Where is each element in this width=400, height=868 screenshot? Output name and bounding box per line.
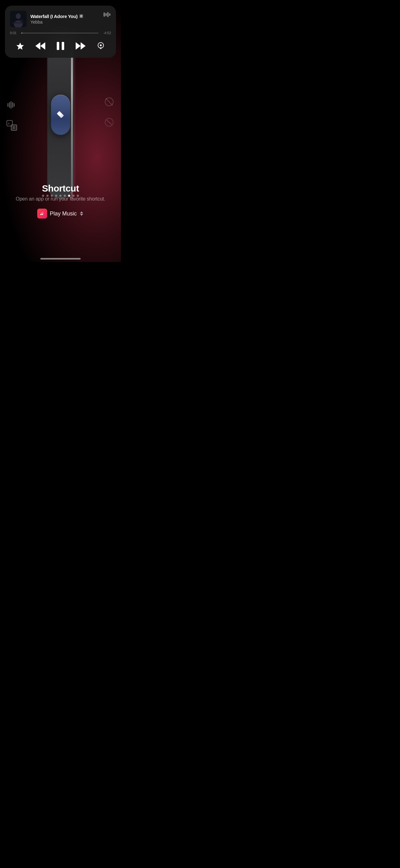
current-time: 0:01 <box>10 31 19 35</box>
progress-fill <box>21 33 23 34</box>
airplay-button[interactable] <box>94 39 108 53</box>
shortcut-description: Open an app or run your favorite shortcu… <box>0 196 121 202</box>
svg-text:A: A <box>8 122 10 125</box>
left-icons: A 文 <box>6 99 18 131</box>
svg-marker-29 <box>76 42 80 50</box>
np-title-row: Waterfall (I Adore You) E <box>30 14 100 19</box>
svg-marker-32 <box>100 48 102 49</box>
svg-point-16 <box>16 13 21 19</box>
pause-button[interactable] <box>54 39 67 53</box>
np-header: Waterfall (I Adore You) E Yebba <box>10 10 111 27</box>
right-icons <box>104 96 115 128</box>
shortcut-action[interactable]: Play Music <box>37 209 84 219</box>
no-icon <box>104 117 115 128</box>
action-label: Play Music <box>49 211 76 217</box>
rewind-button[interactable] <box>33 39 47 53</box>
svg-rect-27 <box>57 42 59 50</box>
svg-rect-4 <box>10 101 11 108</box>
np-menu-button[interactable] <box>104 12 111 19</box>
svg-line-12 <box>106 98 112 105</box>
progress-bar[interactable] <box>21 33 99 34</box>
fast-forward-button[interactable] <box>74 39 88 53</box>
artist-name: Yebba <box>30 20 100 25</box>
svg-rect-19 <box>21 19 22 23</box>
explicit-badge: E <box>79 14 83 18</box>
svg-rect-18 <box>12 22 24 23</box>
svg-rect-22 <box>107 12 108 17</box>
np-controls <box>10 39 111 53</box>
svg-rect-20 <box>104 12 105 17</box>
svg-marker-25 <box>40 42 45 50</box>
svg-line-14 <box>106 120 112 125</box>
svg-marker-24 <box>16 42 24 50</box>
svg-rect-3 <box>9 102 10 108</box>
song-title: Waterfall (I Adore You) <box>30 14 77 19</box>
svg-rect-5 <box>12 102 13 108</box>
svg-text:文: 文 <box>12 126 15 129</box>
svg-marker-34 <box>80 211 83 213</box>
album-artwork <box>10 10 27 27</box>
svg-rect-2 <box>7 103 8 107</box>
remaining-time: -4:52 <box>101 31 111 35</box>
svg-rect-28 <box>62 42 64 50</box>
artwork-image <box>10 10 27 27</box>
np-info: Waterfall (I Adore You) E Yebba <box>30 14 100 25</box>
svg-rect-23 <box>109 13 110 16</box>
np-progress-row[interactable]: 0:01 -4:52 <box>10 31 111 35</box>
waveform-icon <box>6 99 18 111</box>
svg-marker-35 <box>80 214 83 216</box>
favorite-button[interactable] <box>13 39 27 53</box>
translate-icon: A 文 <box>6 120 18 131</box>
svg-marker-30 <box>80 42 86 50</box>
shortcuts-icon <box>55 109 66 120</box>
action-button-capsule[interactable] <box>51 95 70 135</box>
svg-point-33 <box>100 44 102 46</box>
bottom-content: Shortcut Open an app or run your favorit… <box>0 183 121 219</box>
svg-rect-21 <box>105 13 107 16</box>
svg-marker-26 <box>35 42 40 50</box>
music-app-icon <box>37 209 47 219</box>
chevron-updown-icon <box>79 211 84 216</box>
home-indicator <box>40 258 80 259</box>
circle-slash-icon <box>104 96 115 107</box>
svg-rect-6 <box>14 103 14 107</box>
now-playing-card[interactable]: Waterfall (I Adore You) E Yebba 0:01 -4:… <box>5 6 116 58</box>
shortcut-title: Shortcut <box>0 183 121 194</box>
